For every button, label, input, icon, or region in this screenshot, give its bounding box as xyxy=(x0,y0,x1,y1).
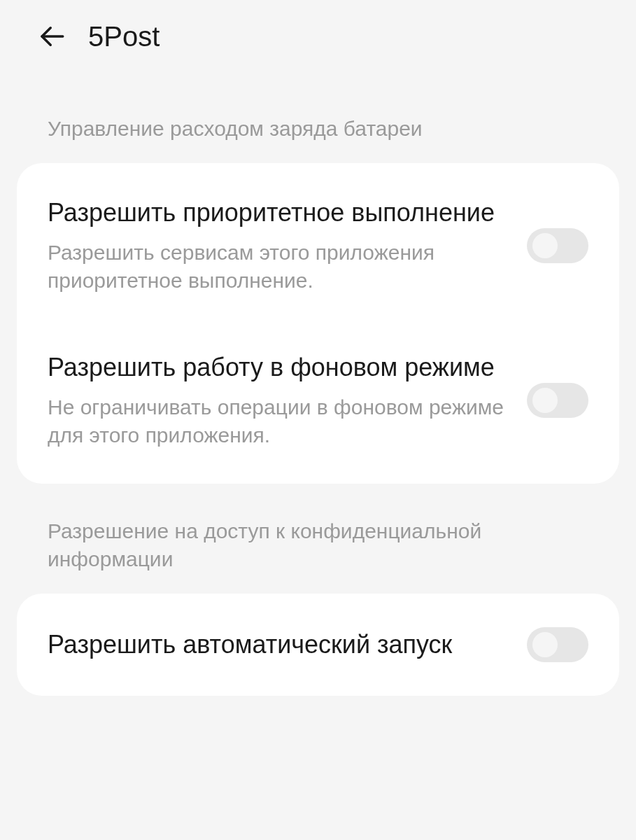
back-button[interactable] xyxy=(35,20,69,53)
setting-text: Разрешить работу в фоновом режиме Не огр… xyxy=(48,351,527,450)
toggle-knob xyxy=(532,233,558,258)
page-title: 5Post xyxy=(88,21,160,52)
section-label-battery: Управление расходом заряда батареи xyxy=(0,81,636,163)
header: 5Post xyxy=(0,0,636,81)
setting-priority-execution[interactable]: Разрешить приоритетное выполнение Разреш… xyxy=(17,169,619,323)
toggle-knob xyxy=(532,632,558,657)
privacy-card: Разрешить автоматический запуск xyxy=(17,594,619,696)
battery-card: Разрешить приоритетное выполнение Разреш… xyxy=(17,163,619,484)
setting-title: Разрешить автоматический запуск xyxy=(48,629,506,661)
arrow-left-icon xyxy=(37,22,66,51)
setting-title: Разрешить приоритетное выполнение xyxy=(48,197,506,229)
setting-background-activity[interactable]: Разрешить работу в фоновом режиме Не огр… xyxy=(17,323,619,478)
toggle-autostart[interactable] xyxy=(527,627,588,662)
setting-desc: Не ограничивать операции в фоновом режим… xyxy=(48,393,506,450)
setting-text: Разрешить приоритетное выполнение Разреш… xyxy=(48,197,527,295)
setting-text: Разрешить автоматический запуск xyxy=(48,629,527,661)
toggle-knob xyxy=(532,388,558,413)
setting-autostart[interactable]: Разрешить автоматический запуск xyxy=(17,599,619,690)
section-label-privacy: Разрешение на доступ к конфиденциальной … xyxy=(0,484,636,594)
setting-desc: Разрешить сервисам этого приложения прио… xyxy=(48,239,506,295)
toggle-background-activity[interactable] xyxy=(527,383,588,418)
toggle-priority-execution[interactable] xyxy=(527,228,588,263)
setting-title: Разрешить работу в фоновом режиме xyxy=(48,351,506,384)
